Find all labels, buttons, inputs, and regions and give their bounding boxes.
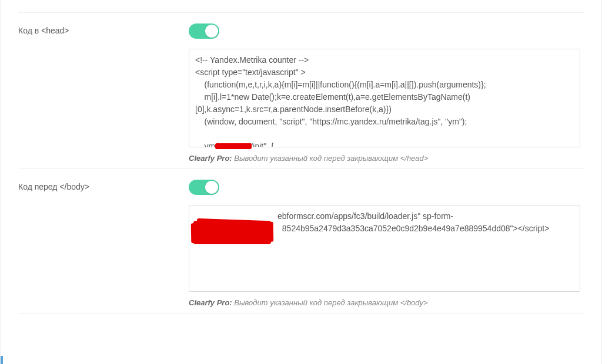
section-head-code: Код в <head> Clearfy Pro: Выводит указан… xyxy=(18,13,584,169)
body-code-label: Код перед </body> xyxy=(18,182,89,191)
body-code-textarea[interactable] xyxy=(189,205,580,292)
section-body-code: Код перед </body> Clearfy Pro: Выводит у… xyxy=(18,169,584,314)
body-code-label-tag: </body> xyxy=(59,182,89,191)
head-code-label-tag: <head> xyxy=(41,26,69,35)
head-code-hint: Clearfy Pro: Выводит указанный код перед… xyxy=(189,154,580,163)
hint-tag: </body> xyxy=(400,298,428,307)
hint-text: Выводит указанный код перед закрывающим xyxy=(232,298,400,307)
head-code-label-col: Код в <head> xyxy=(18,23,189,35)
body-code-hint: Clearfy Pro: Выводит указанный код перед… xyxy=(189,298,580,307)
toggle-knob xyxy=(205,181,218,194)
body-code-toggle[interactable] xyxy=(189,180,219,195)
head-code-toggle[interactable] xyxy=(189,23,219,39)
head-code-textarea[interactable] xyxy=(189,49,580,147)
hint-text: Выводит указанный код перед закрывающим xyxy=(232,154,400,163)
body-code-controls: Clearfy Pro: Выводит указанный код перед… xyxy=(189,180,584,307)
head-code-label-prefix: Код в xyxy=(18,26,41,35)
hint-brand: Clearfy Pro: xyxy=(189,298,232,307)
body-code-label-prefix: Код перед xyxy=(18,182,59,191)
head-code-controls: Clearfy Pro: Выводит указанный код перед… xyxy=(189,23,584,163)
hint-brand: Clearfy Pro: xyxy=(189,154,232,163)
bottom-accent xyxy=(1,356,3,364)
body-code-label-col: Код перед </body> xyxy=(18,180,189,191)
head-code-label: Код в <head> xyxy=(18,26,69,35)
toggle-knob xyxy=(205,25,218,38)
hint-tag: </head> xyxy=(400,154,429,163)
